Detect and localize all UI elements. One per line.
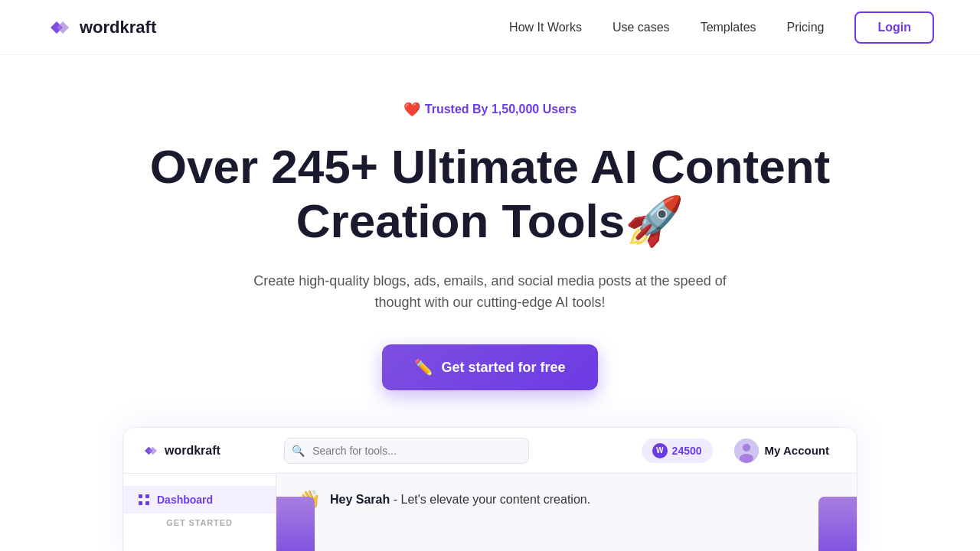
search-icon: 🔍 [292,445,305,457]
cta-feather-icon: ✏️ [414,358,433,377]
logo-text: wordkraft [80,18,156,37]
credits-value: 24500 [672,445,702,457]
svg-point-2 [740,454,753,463]
greeting: 👋 Hey Sarah - Let's elevate your content… [298,489,835,510]
greeting-name: Hey Sarah [330,493,390,506]
side-panel-right [818,497,857,551]
my-account-button[interactable]: My Account [725,434,838,468]
greeting-text: - Let's elevate your content creation. [394,493,590,506]
app-logo-text: wordkraft [165,444,220,458]
app-body: Dashboard GET STARTED 👋 Hey Sarah - Let'… [123,474,857,551]
logo-icon [46,14,74,41]
app-sidebar: Dashboard GET STARTED [123,474,276,551]
app-logo: wordkraft [142,442,220,460]
hero-title-line1: Over 245+ Ultimate AI Content [150,140,830,193]
svg-point-1 [743,444,750,452]
side-panel-left [276,497,315,551]
trusted-badge: ❤️ Trusted By 1,50,000 Users [403,101,577,118]
app-topbar-right: W 24500 My Account [642,434,838,468]
sidebar-get-started: GET STARTED [123,514,276,532]
search-input[interactable] [284,438,529,464]
credits-badge: W 24500 [642,439,713,463]
hero-section: ❤️ Trusted By 1,50,000 Users Over 245+ U… [0,55,980,551]
app-search: 🔍 [284,438,529,464]
nav-links: How It Works Use cases Templates Pricing… [509,11,934,44]
login-button[interactable]: Login [854,11,934,44]
greeting-content: Hey Sarah - Let's elevate your content c… [330,493,590,507]
navbar: wordkraft How It Works Use cases Templat… [0,0,980,55]
cta-button[interactable]: ✏️ Get started for free [382,344,597,390]
hero-title-line2: Creation Tools [296,194,625,247]
nav-templates[interactable]: Templates [701,21,756,34]
heart-emoji: ❤️ [403,101,420,118]
app-logo-icon [142,442,160,460]
trusted-text: Trusted By 1,50,000 Users [425,103,577,116]
app-preview: wordkraft 🔍 W 24500 [122,427,858,551]
nav-how-it-works[interactable]: How It Works [509,21,582,34]
avatar [734,439,759,463]
hero-title-emoji: 🚀 [625,194,684,247]
sidebar-dashboard-label: Dashboard [157,494,213,506]
cta-label: Get started for free [441,360,565,376]
hero-title: Over 245+ Ultimate AI Content Creation T… [150,139,830,249]
nav-use-cases[interactable]: Use cases [612,21,670,34]
dashboard-icon [139,494,149,505]
logo[interactable]: wordkraft [46,14,156,41]
my-account-label: My Account [765,444,829,457]
credits-icon: W [652,443,668,458]
app-main: 👋 Hey Sarah - Let's elevate your content… [276,474,857,551]
avatar-icon [734,439,759,463]
sidebar-item-dashboard[interactable]: Dashboard [123,486,276,514]
app-topbar: wordkraft 🔍 W 24500 [123,428,857,474]
nav-pricing[interactable]: Pricing [787,21,825,34]
hero-subtitle: Create high-quality blogs, ads, emails, … [245,270,735,315]
